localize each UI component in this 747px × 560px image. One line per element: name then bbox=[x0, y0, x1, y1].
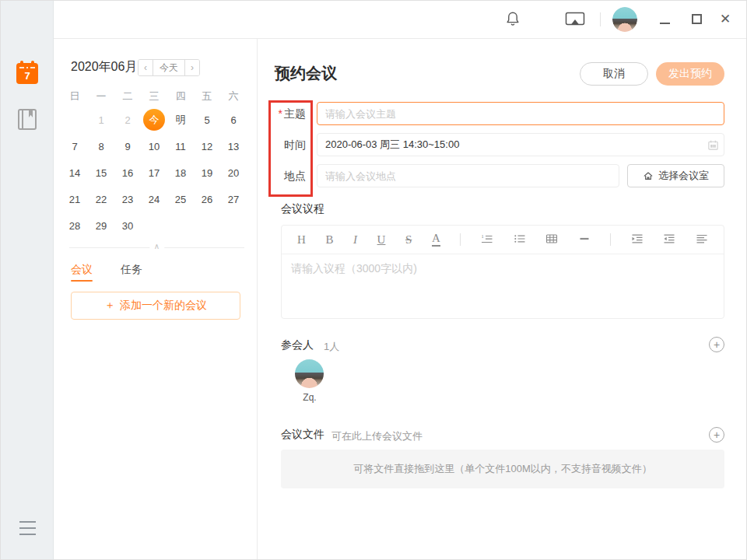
calendar-day[interactable]: 13 bbox=[220, 133, 247, 159]
calendar-nav: ‹ 今天 › bbox=[138, 59, 200, 76]
location-input[interactable] bbox=[317, 164, 619, 187]
participants-count: 1人 bbox=[324, 340, 339, 354]
toolbar-separator bbox=[460, 233, 461, 246]
toolbar-font-color-button[interactable]: A bbox=[432, 233, 440, 247]
avatar-image bbox=[612, 7, 637, 32]
participant-list: Zq. bbox=[295, 359, 324, 403]
toolbar-indent-button[interactable] bbox=[631, 233, 644, 247]
dropzone-text: 可将文件直接拖到这里（单个文件100M以内，不支持音视频文件） bbox=[353, 462, 652, 476]
toolbar-horizontal-rule-button[interactable] bbox=[578, 233, 591, 247]
time-label: 时间 bbox=[273, 138, 306, 152]
toolbar-bullet-list-button[interactable] bbox=[514, 233, 526, 247]
calendar-day[interactable]: 24 bbox=[141, 186, 167, 212]
sidebar-item-notes[interactable] bbox=[18, 109, 37, 130]
calendar-day-today[interactable]: 今 bbox=[141, 107, 167, 133]
toolbar-heading-button[interactable]: H bbox=[297, 234, 306, 246]
calendar-icon bbox=[707, 139, 719, 151]
calendar-day[interactable]: 9 bbox=[114, 133, 141, 159]
sidebar-item-calendar[interactable]: 7 bbox=[16, 63, 38, 84]
calendar-day[interactable]: 2 bbox=[114, 107, 141, 133]
participant[interactable]: Zq. bbox=[295, 359, 324, 403]
calendar-day[interactable]: 25 bbox=[167, 186, 194, 212]
hamburger-icon bbox=[19, 521, 36, 523]
toolbar-ordered-list-button[interactable]: 1 bbox=[481, 233, 493, 247]
calendar-day[interactable]: 16 bbox=[114, 159, 141, 186]
subject-label: *主题 bbox=[273, 107, 306, 121]
close-button[interactable]: ✕ bbox=[720, 9, 731, 30]
calendar-day[interactable]: 18 bbox=[167, 159, 194, 186]
calendar-next-button[interactable]: › bbox=[184, 60, 199, 75]
toolbar-strikethrough-button[interactable]: S bbox=[405, 234, 412, 246]
time-input[interactable] bbox=[317, 133, 724, 156]
calendar-day[interactable]: 21 bbox=[61, 186, 88, 212]
submit-booking-button[interactable]: 发出预约 bbox=[656, 62, 724, 86]
tab-meetings[interactable]: 会议 bbox=[71, 263, 93, 277]
add-participant-button[interactable]: + bbox=[709, 337, 724, 352]
calendar-day[interactable]: 1 bbox=[88, 107, 114, 133]
location-label: 地点 bbox=[273, 170, 306, 184]
tab-tasks[interactable]: 任务 bbox=[121, 263, 142, 277]
file-dropzone[interactable]: 可将文件直接拖到这里（单个文件100M以内，不支持音视频文件） bbox=[281, 450, 724, 488]
participants-label: 参会人 bbox=[281, 338, 314, 352]
calendar-day[interactable]: 17 bbox=[141, 159, 167, 186]
calendar-collapse-handle[interactable]: ∧ bbox=[69, 247, 244, 248]
weekday-label: 三 bbox=[141, 89, 167, 104]
calendar-day bbox=[167, 212, 194, 239]
weekday-label: 日 bbox=[61, 89, 88, 104]
files-hint: 可在此上传会议文件 bbox=[331, 429, 423, 443]
calendar-day[interactable]: 10 bbox=[141, 133, 167, 159]
calendar-day[interactable]: 7 bbox=[61, 133, 88, 159]
calendar-day[interactable]: 28 bbox=[61, 212, 88, 239]
maximize-button[interactable] bbox=[692, 14, 702, 24]
calendar-day[interactable]: 15 bbox=[88, 159, 114, 186]
calendar-day[interactable]: 30 bbox=[114, 212, 141, 239]
screen-share-button[interactable] bbox=[564, 11, 586, 30]
calendar-day[interactable]: 26 bbox=[194, 186, 220, 212]
calendar-day[interactable]: 22 bbox=[88, 186, 114, 212]
menu-button[interactable] bbox=[19, 521, 36, 540]
calendar-today-button[interactable]: 今天 bbox=[153, 60, 184, 75]
calendar-day[interactable]: 20 bbox=[220, 159, 247, 186]
chevron-up-icon: ∧ bbox=[149, 242, 164, 250]
toolbar-bold-button[interactable]: B bbox=[325, 234, 333, 246]
calendar-day[interactable]: 明 bbox=[167, 107, 194, 133]
calendar-day[interactable]: 29 bbox=[88, 212, 114, 239]
toolbar-underline-button[interactable]: U bbox=[377, 234, 386, 246]
cancel-button[interactable]: 取消 bbox=[580, 62, 648, 86]
agenda-textarea[interactable]: 请输入议程（3000字以内) bbox=[282, 254, 724, 284]
files-label: 会议文件 bbox=[281, 428, 324, 442]
minimize-button[interactable] bbox=[660, 12, 672, 27]
weekday-label: 六 bbox=[220, 89, 247, 104]
calendar-prev-button[interactable]: ‹ bbox=[139, 60, 153, 75]
select-room-button[interactable]: 选择会议室 bbox=[627, 164, 724, 187]
toolbar-outdent-button[interactable] bbox=[663, 233, 675, 247]
agenda-toolbar: HBIUSA1 bbox=[282, 226, 724, 254]
topbar: ✕ bbox=[54, 1, 746, 39]
minimize-icon bbox=[660, 23, 670, 24]
app-window: 7 ✕ 2020年06月 ‹ 今天 › 日 bbox=[0, 0, 747, 560]
notification-bell-button[interactable] bbox=[503, 9, 522, 30]
toolbar-align-left-button[interactable] bbox=[696, 233, 708, 247]
weekday-label: 五 bbox=[194, 89, 220, 104]
calendar-day[interactable]: 5 bbox=[194, 107, 220, 133]
screen-share-icon bbox=[565, 12, 585, 27]
plus-icon: ＋ bbox=[104, 299, 115, 311]
calendar-day[interactable]: 14 bbox=[61, 159, 88, 186]
calendar-day[interactable]: 11 bbox=[167, 133, 194, 159]
add-meeting-button[interactable]: ＋添加一个新的会议 bbox=[71, 292, 240, 320]
calendar-day bbox=[141, 212, 167, 239]
calendar-day[interactable]: 8 bbox=[88, 133, 114, 159]
calendar-day[interactable]: 19 bbox=[194, 159, 220, 186]
calendar-day[interactable]: 6 bbox=[220, 107, 247, 133]
calendar-day[interactable]: 23 bbox=[114, 186, 141, 212]
subject-input[interactable] bbox=[317, 102, 724, 125]
calendar-day[interactable]: 27 bbox=[220, 186, 247, 212]
calendar-app-icon: 7 bbox=[16, 70, 38, 82]
toolbar-separator bbox=[610, 233, 611, 246]
toolbar-table-button[interactable] bbox=[545, 233, 558, 247]
user-avatar[interactable] bbox=[612, 7, 637, 32]
participant-avatar bbox=[295, 359, 324, 388]
toolbar-italic-button[interactable]: I bbox=[353, 234, 357, 246]
add-file-button[interactable]: + bbox=[709, 427, 724, 443]
calendar-day[interactable]: 12 bbox=[194, 133, 220, 159]
